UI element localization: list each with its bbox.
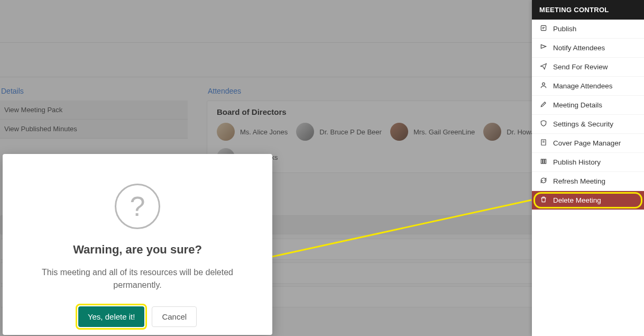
svg-point-3	[542, 83, 545, 85]
send-icon	[539, 62, 548, 71]
publish-icon	[539, 24, 548, 33]
trash-icon	[539, 196, 548, 205]
shield-icon	[539, 120, 548, 129]
sidebar-item-send-for-review[interactable]: Send For Review	[532, 58, 644, 77]
sidebar-item-label: Delete Meeting	[553, 196, 601, 204]
meeting-control-sidebar: MEETING CONTROL Publish Notify Attendees…	[532, 0, 644, 336]
modal-title: Warning, are you sure?	[73, 243, 202, 257]
doc-icon	[539, 139, 548, 148]
sidebar-item-label: Manage Attendees	[553, 82, 613, 90]
sidebar-item-cover-page-manager[interactable]: Cover Page Manager	[532, 134, 644, 153]
sidebar-item-refresh-meeting[interactable]: Refresh Meeting	[532, 172, 644, 191]
svg-rect-2	[541, 25, 546, 30]
sidebar-item-manage-attendees[interactable]: Manage Attendees	[532, 77, 644, 96]
refresh-icon	[539, 177, 548, 186]
history-icon	[539, 158, 548, 167]
svg-rect-5	[541, 159, 542, 164]
sidebar-item-publish-history[interactable]: Publish History	[532, 153, 644, 172]
sidebar-item-label: Publish	[553, 25, 576, 33]
confirm-delete-button[interactable]: Yes, delete it!	[78, 306, 145, 327]
sidebar-item-settings-security[interactable]: Settings & Security	[532, 115, 644, 134]
sidebar-item-meeting-details[interactable]: Meeting Details	[532, 96, 644, 115]
sidebar-item-publish[interactable]: Publish	[532, 20, 644, 39]
sidebar-title: MEETING CONTROL	[532, 0, 644, 20]
sidebar-item-label: Publish History	[553, 158, 601, 166]
sidebar-item-label: Notify Attendees	[553, 44, 605, 52]
confirm-label: Yes, delete it!	[88, 312, 135, 321]
svg-rect-6	[543, 159, 544, 164]
svg-rect-7	[545, 159, 546, 164]
sidebar-item-label: Refresh Meeting	[553, 177, 605, 185]
cancel-button[interactable]: Cancel	[152, 306, 197, 327]
confirm-modal: ? Warning, are you sure? This meeting an…	[3, 154, 272, 335]
pencil-icon	[539, 101, 548, 110]
question-icon: ?	[115, 184, 160, 229]
modal-body: This meeting and all of its resources wi…	[37, 266, 238, 292]
notify-icon	[539, 43, 548, 52]
person-icon	[539, 81, 548, 90]
sidebar-item-delete-meeting[interactable]: Delete Meeting	[532, 191, 644, 210]
sidebar-item-notify-attendees[interactable]: Notify Attendees	[532, 39, 644, 58]
sidebar-item-label: Cover Page Manager	[553, 139, 621, 147]
sidebar-item-label: Send For Review	[553, 63, 608, 71]
sidebar-item-label: Meeting Details	[553, 101, 602, 109]
sidebar-item-label: Settings & Security	[553, 120, 613, 128]
